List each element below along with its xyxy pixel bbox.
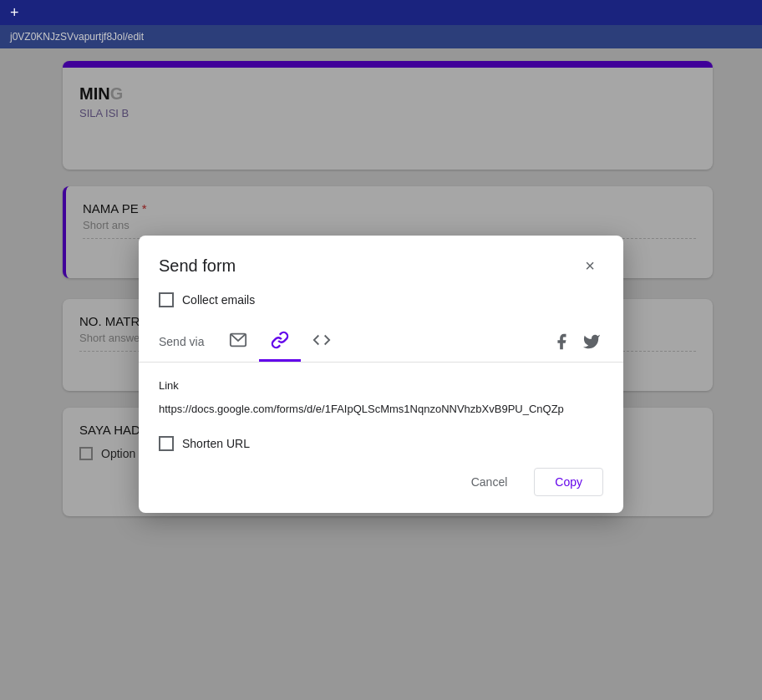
social-icons-group xyxy=(550,330,603,353)
send-via-row: Send via xyxy=(139,321,623,363)
facebook-icon[interactable] xyxy=(550,330,573,353)
email-tab[interactable] xyxy=(217,321,259,362)
shorten-url-label: Shorten URL xyxy=(182,437,250,450)
send-via-label: Send via xyxy=(159,335,204,348)
copy-button[interactable]: Copy xyxy=(534,468,603,496)
url-text: j0VZ0KNJzSVvapurtjf8Jol/edit xyxy=(10,31,144,43)
modal-header: Send form × xyxy=(139,236,623,289)
collect-emails-checkbox[interactable] xyxy=(159,292,174,307)
tab-icons-group xyxy=(217,321,550,362)
twitter-icon[interactable] xyxy=(580,330,603,353)
link-url-text: https://docs.google.com/forms/d/e/1FAIpQ… xyxy=(159,402,603,417)
shorten-url-row: Shorten URL xyxy=(139,436,623,458)
cancel-button[interactable]: Cancel xyxy=(451,469,528,495)
collect-emails-label: Collect emails xyxy=(182,293,255,307)
modal-footer: Cancel Copy xyxy=(139,458,623,513)
background-content: MING SILA ISI B NAMA PE * Short ans NO. … xyxy=(0,48,762,700)
email-icon xyxy=(229,331,247,349)
modal-overlay: Send form × Collect emails Send via xyxy=(0,48,762,700)
add-icon[interactable]: + xyxy=(10,4,19,22)
link-section-title: Link xyxy=(159,379,603,392)
link-section: Link https://docs.google.com/forms/d/e/1… xyxy=(139,363,623,435)
close-button[interactable]: × xyxy=(577,252,603,279)
url-bar: j0VZ0KNJzSVvapurtjf8Jol/edit xyxy=(0,25,762,48)
shorten-url-checkbox[interactable] xyxy=(159,436,174,451)
send-form-modal: Send form × Collect emails Send via xyxy=(139,236,623,512)
embed-icon xyxy=(312,331,331,349)
collect-emails-row: Collect emails xyxy=(139,289,623,321)
modal-title: Send form xyxy=(159,256,236,276)
top-bar: + xyxy=(0,0,762,25)
link-icon xyxy=(271,331,289,349)
link-tab[interactable] xyxy=(259,321,301,362)
embed-tab[interactable] xyxy=(301,321,343,362)
